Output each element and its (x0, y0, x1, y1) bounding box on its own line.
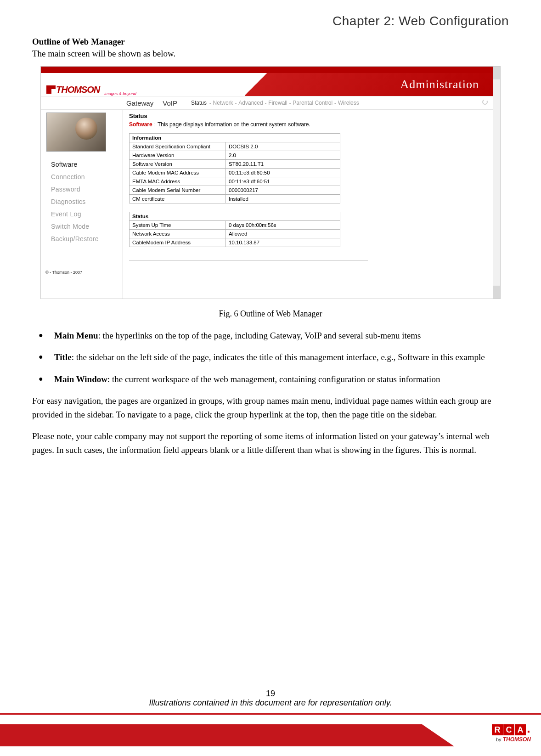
sidebar-item-connection[interactable]: Connection (51, 173, 122, 181)
page-footer: RCA. by THOMSON (0, 710, 541, 746)
menu-voip[interactable]: VoIP (159, 99, 181, 107)
table-row: Standard Specification CompliantDOCSIS 2… (130, 142, 340, 151)
menu-gateway[interactable]: Gateway (123, 99, 157, 107)
thomson-logo: THOMSON (46, 85, 100, 95)
svg-point-0 (483, 100, 487, 104)
page-number: 19 (0, 689, 541, 699)
sidebar-item-diagnostics[interactable]: Diagnostics (51, 198, 122, 205)
sidebar-item-software[interactable]: Software (51, 161, 122, 168)
submenu-firewall[interactable]: Firewall (268, 100, 287, 106)
rca-logo: RCA. by THOMSON (492, 724, 531, 743)
figure-caption: Fig. 6 Outline of Web Manager (32, 309, 509, 319)
page-title: Status (129, 113, 486, 119)
section-heading: Outline of Web Manager (32, 37, 509, 47)
table-row: Cable Modem MAC Address00:11:e3:df:60:50 (130, 169, 340, 177)
list-item: Main Window: the current workspace of th… (32, 372, 509, 386)
sidebar-item-switchmode[interactable]: Switch Mode (51, 223, 122, 230)
list-item: Title: the sidebar on the left side of t… (32, 350, 509, 364)
sidebar-item-backup[interactable]: Backup/Restore (51, 235, 122, 243)
table-row: EMTA MAC Address00:11:e3:df:60:51 (130, 177, 340, 186)
table-row: System Up Time0 days 00h:00m:56s (130, 221, 340, 230)
paragraph: Please note, your cable company may not … (32, 429, 509, 457)
sidebar-menu: Software Connection Password Diagnostics… (51, 161, 122, 243)
table-row: Software VersionST80.20.11.T1 (130, 160, 340, 169)
submenu-wireless[interactable]: Wireless (338, 100, 359, 106)
divider (129, 260, 368, 260)
sidebar: Software Connection Password Diagnostics… (41, 110, 123, 299)
main-menu: Gateway VoIP Status- Network- Advanced- … (41, 96, 493, 110)
copyright: © - Thomson - 2007 (45, 270, 82, 275)
paragraph: For easy navigation, the pages are organ… (32, 394, 509, 421)
sidebar-item-password[interactable]: Password (51, 186, 122, 193)
header-banner: Administration (245, 73, 493, 96)
table-row: CM certificateInstalled (130, 195, 340, 203)
info-table-header: Information (130, 134, 340, 142)
loading-icon (482, 99, 488, 107)
submenu-network[interactable]: Network (213, 100, 233, 106)
sidebar-photo (46, 113, 106, 152)
main-window: Status Software:This page displays infor… (123, 110, 493, 299)
status-table: Status System Up Time0 days 00h:00m:56s … (129, 212, 340, 247)
table-row: Cable Modem Serial Number0000000217 (130, 186, 340, 195)
logo-tagline: images & beyond (104, 91, 136, 96)
intro-text: The main screen will be shown as below. (32, 49, 509, 59)
bullet-list: Main Menu: the hyperlinks on the top of … (32, 329, 509, 386)
table-row: Hardware Version2.0 (130, 151, 340, 160)
submenu-parental[interactable]: Parental Control (293, 100, 332, 106)
scrollbar[interactable] (493, 67, 500, 299)
top-red-band (41, 67, 493, 73)
sidebar-item-eventlog[interactable]: Event Log (51, 210, 122, 218)
screenshot-figure: THOMSON images & beyond Administration G… (40, 66, 501, 299)
chapter-title: Chapter 2: Web Configuration (32, 14, 509, 28)
information-table: Information Standard Specification Compl… (129, 133, 340, 203)
status-table-header: Status (130, 212, 340, 221)
list-item: Main Menu: the hyperlinks on the top of … (32, 329, 509, 342)
submenu-status[interactable]: Status (191, 100, 207, 106)
table-row: CableModem IP Address10.10.133.87 (130, 238, 340, 247)
submenu-advanced[interactable]: Advanced (238, 100, 263, 106)
software-line: Software:This page displays information … (129, 121, 486, 128)
disclaimer: Illustrations contained in this document… (0, 698, 541, 708)
table-row: Network AccessAllowed (130, 230, 340, 238)
